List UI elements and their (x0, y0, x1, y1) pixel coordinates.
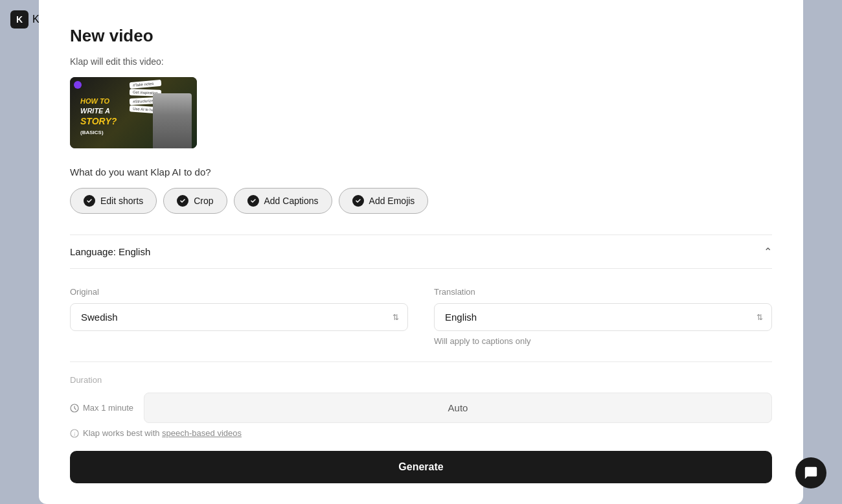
translation-select-wrapper: English Swedish Spanish French German ⇅ (434, 303, 772, 331)
check-icon-emojis (352, 195, 364, 207)
modal-subtitle: Klap will edit this video: (70, 56, 772, 67)
original-label: Original (70, 287, 408, 297)
toggle-add-emojis-label: Add Emojis (369, 196, 415, 206)
modal-title: New video (70, 26, 772, 46)
info-icon: i (70, 429, 79, 438)
caption-note: Will apply to captions only (434, 336, 772, 346)
max-duration-text: Max 1 minute (83, 403, 133, 413)
original-select-wrapper: Swedish English Spanish French German ⇅ (70, 303, 408, 331)
purple-badge-icon (74, 81, 82, 89)
language-header-text: Language: English (70, 246, 150, 257)
note-1: #Take notes (130, 80, 161, 89)
language-content: Original Swedish English Spanish French … (70, 269, 772, 362)
generate-button[interactable]: Generate (70, 451, 772, 483)
language-header[interactable]: Language: English ⌃ (70, 235, 772, 269)
translation-col: Translation English Swedish Spanish Fren… (434, 287, 772, 346)
toggle-add-emojis[interactable]: Add Emojis (339, 188, 429, 214)
action-question: What do you want Klap AI to do? (70, 166, 772, 178)
thumbnail-content: HOW TOWRITE ASTORY?(Basics) #Take notes … (70, 77, 197, 148)
duration-row: Max 1 minute Auto (70, 393, 772, 423)
video-thumbnail: HOW TOWRITE ASTORY?(Basics) #Take notes … (70, 77, 197, 148)
translation-label: Translation (434, 287, 772, 297)
toggle-edit-shorts-label: Edit shorts (100, 196, 143, 206)
toggle-edit-shorts[interactable]: Edit shorts (70, 188, 157, 214)
chevron-up-icon: ⌃ (764, 246, 772, 258)
main-modal: New video Klap will edit this video: HOW… (39, 0, 803, 504)
klap-note-text: Klap works best with speech-based videos (83, 428, 242, 438)
language-section: Language: English ⌃ Original Swedish Eng… (70, 235, 772, 438)
translation-language-select[interactable]: English Swedish Spanish French German (434, 303, 772, 331)
duration-section: Duration Max 1 minute Auto i (70, 362, 772, 438)
toggle-crop-label: Crop (194, 196, 213, 206)
klap-logo-box: K (10, 10, 28, 29)
check-icon-captions (247, 195, 259, 207)
klap-logo-area[interactable]: K K (10, 10, 40, 29)
svg-text:i: i (74, 431, 75, 437)
toggle-crop[interactable]: Crop (163, 188, 227, 214)
clock-icon (70, 404, 79, 413)
speech-based-link[interactable]: speech-based videos (162, 428, 242, 438)
toggle-buttons-group: Edit shorts Crop Add Captions (70, 188, 772, 214)
check-icon-crop (177, 195, 188, 207)
toggle-add-captions[interactable]: Add Captions (234, 188, 332, 214)
thumbnail-main-text: HOW TOWRITE ASTORY?(Basics) (75, 89, 117, 136)
chat-bubble-button[interactable] (795, 457, 826, 488)
chat-icon (804, 466, 818, 480)
toggle-add-captions-label: Add Captions (264, 196, 319, 206)
klap-logo-letter: K (16, 14, 23, 25)
modal-overlay: K K New video Klap will edit this video:… (0, 0, 842, 504)
duration-auto-box: Auto (144, 393, 772, 423)
duration-info: Max 1 minute (70, 403, 133, 413)
original-language-select[interactable]: Swedish English Spanish French German (70, 303, 408, 331)
check-icon-edit-shorts (84, 195, 95, 207)
original-col: Original Swedish English Spanish French … (70, 287, 408, 346)
duration-label: Duration (70, 375, 772, 385)
klap-note: i Klap works best with speech-based vide… (70, 428, 772, 438)
thumbnail-person (153, 93, 192, 148)
